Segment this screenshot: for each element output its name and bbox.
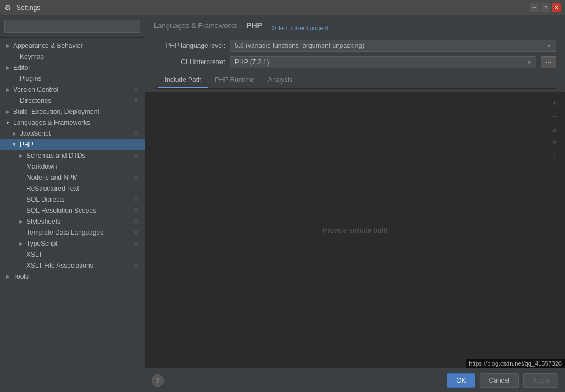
tree-arrow-icon: ▶ (4, 42, 11, 49)
include-path-panel: Provide include path + − ▲ ▼ ↕ (145, 92, 565, 368)
sidebar-item-keymap[interactable]: Keymap (0, 51, 145, 62)
sidebar-item-label: Editor (13, 64, 140, 71)
remove-button[interactable]: − (549, 110, 561, 122)
tree-arrow-icon: ▶ (4, 64, 11, 71)
sidebar-item-label: Directories (20, 97, 134, 104)
settings-ext-icon: ⚙ (134, 152, 140, 159)
tree-arrow-icon: ▼ (11, 141, 18, 148)
project-icon: ⊙ (271, 24, 276, 32)
sidebar-item-label: Stylesheets (26, 218, 134, 225)
sidebar-item-label: Keymap (20, 53, 140, 60)
tree-arrow-icon: ▶ (4, 273, 11, 280)
breadcrumb-current: PHP (246, 21, 262, 30)
php-language-row: PHP language level: 5.6 (variadic functi… (154, 40, 556, 52)
content-area: Languages & Frameworks › PHP ⊙ For curre… (145, 15, 565, 392)
sidebar-item-typescript[interactable]: ▶TypeScript⚙ (0, 238, 145, 249)
settings-ext-icon: ⚙ (134, 229, 140, 236)
settings-ext-icon: ⚙ (134, 207, 140, 214)
add-button[interactable]: + (549, 97, 561, 109)
content-header: Languages & Frameworks › PHP ⊙ For curre… (145, 15, 565, 92)
sidebar-item-label: XSLT (26, 251, 140, 258)
close-button[interactable]: ✕ (552, 3, 561, 12)
sidebar-item-php[interactable]: ▼PHP⚙ (0, 139, 145, 150)
sidebar-item-sql-resolution-scopes[interactable]: SQL Resolution Scopes⚙ (0, 205, 145, 216)
sidebar-item-sql-dialects[interactable]: SQL Dialects⚙ (0, 194, 145, 205)
apply-button[interactable]: Apply (523, 373, 558, 388)
sidebar-item-label: XSLT File Associations (26, 262, 134, 269)
settings-ext-icon: ⚙ (134, 97, 140, 104)
cancel-button[interactable]: Cancel (480, 373, 519, 388)
for-project-label: ⊙ For current project (271, 24, 328, 32)
sidebar-item-languages-frameworks[interactable]: ▼Languages & Frameworks (0, 117, 145, 128)
settings-ext-icon: ⚙ (134, 196, 140, 203)
settings-ext-icon: ⚙ (134, 174, 140, 181)
sidebar-item-label: TypeScript (26, 240, 134, 247)
maximize-button[interactable]: □ (541, 3, 550, 12)
settings-ext-icon: ⚙ (134, 141, 140, 148)
tree-arrow-icon: ▶ (11, 130, 18, 137)
settings-ext-icon: ⚙ (134, 262, 140, 269)
sidebar-item-label: Schemas and DTDs (26, 152, 134, 159)
search-input[interactable] (4, 20, 140, 33)
sidebar-item-version-control[interactable]: ▶Version Control⚙ (0, 84, 145, 95)
sidebar-item-restructured-text[interactable]: ReStructured Text (0, 183, 145, 194)
php-language-label: PHP language level: (154, 42, 225, 49)
sidebar-item-tools[interactable]: ▶Tools (0, 271, 145, 282)
sidebar-item-label: SQL Resolution Scopes (26, 207, 134, 214)
sidebar: 🔍 ▶Appearance & BehaviorKeymap▶EditorPlu… (0, 15, 145, 392)
tree-arrow-icon: ▼ (4, 119, 11, 126)
sidebar-item-label: Node.js and NPM (26, 174, 134, 181)
settings-ext-icon: ⚙ (134, 86, 140, 93)
tree-arrow-icon: ▶ (18, 218, 24, 225)
settings-ext-icon: ⚙ (134, 240, 140, 247)
sidebar-item-label: Template Data Languages (26, 229, 134, 236)
sidebar-item-javascript[interactable]: ▶JavaScript⚙ (0, 128, 145, 139)
sidebar-item-label: SQL Dialects (26, 196, 134, 203)
cli-interpreter-label: CLI Interpreter: (154, 58, 225, 66)
settings-ext-icon: ⚙ (134, 130, 140, 137)
cli-interpreter-row: CLI Interpreter: PHP (7.2.1) ▼ ··· (154, 56, 556, 68)
app-icon: ⚙ (4, 3, 13, 12)
sidebar-item-xslt[interactable]: XSLT (0, 249, 145, 260)
settings-ext-icon: ⚙ (134, 218, 140, 225)
tab-analysis[interactable]: Analysis (261, 73, 299, 88)
php-language-select-wrapper: 5.6 (variadic functions, argument unpack… (230, 40, 556, 52)
sidebar-item-label: JavaScript (20, 130, 134, 137)
sidebar-item-template-data-languages[interactable]: Template Data Languages⚙ (0, 227, 145, 238)
tree-arrow-icon: ▶ (4, 108, 11, 115)
sidebar-item-label: Markdown (26, 163, 140, 170)
scroll-up-button[interactable]: ▲ (549, 123, 561, 135)
sidebar-item-xslt-file-associations[interactable]: XSLT File Associations⚙ (0, 260, 145, 271)
title-bar: ⚙ Settings ─ □ ✕ (0, 0, 565, 15)
window-title: Settings (16, 4, 530, 12)
sidebar-item-markdown[interactable]: Markdown (0, 161, 145, 172)
window-controls: ─ □ ✕ (530, 3, 561, 12)
sidebar-item-stylesheets[interactable]: ▶Stylesheets⚙ (0, 216, 145, 227)
php-language-select[interactable]: 5.6 (variadic functions, argument unpack… (230, 40, 556, 52)
tab-content: Provide include path + − ▲ ▼ ↕ (145, 92, 565, 368)
cli-interpreter-select[interactable]: PHP (7.2.1) (230, 56, 536, 68)
help-button[interactable]: ? (152, 374, 164, 387)
sidebar-item-appearance[interactable]: ▶Appearance & Behavior (0, 40, 145, 51)
main-container: 🔍 ▶Appearance & BehaviorKeymap▶EditorPlu… (0, 15, 565, 392)
sidebar-tree: ▶Appearance & BehaviorKeymap▶EditorPlugi… (0, 38, 145, 392)
scroll-down-button[interactable]: ▼ (549, 136, 561, 148)
sidebar-item-directories[interactable]: Directories⚙ (0, 95, 145, 106)
sidebar-item-label: Version Control (13, 86, 134, 93)
sidebar-item-label: Plugins (20, 75, 140, 82)
tree-arrow-icon: ▶ (4, 86, 11, 93)
sidebar-item-editor[interactable]: ▶Editor (0, 62, 145, 73)
tab-php-runtime[interactable]: PHP Runtime (208, 73, 261, 88)
cli-interpreter-more-button[interactable]: ··· (541, 56, 556, 68)
ok-button[interactable]: OK (447, 373, 475, 388)
sidebar-item-nodejs-npm[interactable]: Node.js and NPM⚙ (0, 172, 145, 183)
sidebar-item-plugins[interactable]: Plugins (0, 73, 145, 84)
search-wrapper: 🔍 (4, 20, 140, 33)
tab-include-path[interactable]: Include Path (158, 73, 208, 88)
breadcrumb-arrow: › (241, 21, 243, 30)
sidebar-item-label: Appearance & Behavior (13, 42, 140, 49)
sidebar-item-build-execution[interactable]: ▶Build, Execution, Deployment (0, 106, 145, 117)
sidebar-item-schemas-dtds[interactable]: ▶Schemas and DTDs⚙ (0, 150, 145, 161)
minimize-button[interactable]: ─ (530, 3, 539, 12)
sort-button[interactable]: ↕ (549, 150, 561, 162)
